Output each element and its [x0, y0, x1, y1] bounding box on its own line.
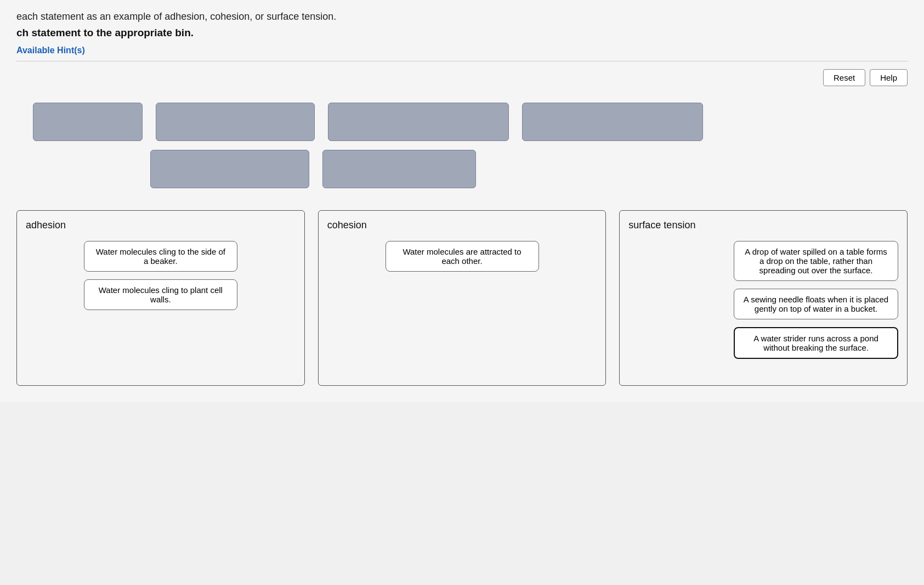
reset-button[interactable]: Reset [823, 69, 865, 86]
instruction-line2: ch statement to the appropriate bin. [16, 27, 908, 39]
placeholder-6[interactable] [322, 150, 476, 188]
surface-tension-bin: surface tension A drop of water spilled … [619, 210, 908, 386]
placeholder-1[interactable] [33, 103, 143, 141]
surface-tension-card-2[interactable]: A sewing needle floats when it is placed… [734, 289, 898, 319]
toolbar: Reset Help [0, 61, 924, 92]
bins-section: adhesion Water molecules cling to the si… [0, 210, 924, 402]
placeholder-4[interactable] [522, 103, 703, 141]
drag-area [0, 92, 924, 210]
adhesion-bin-title: adhesion [26, 220, 296, 231]
cohesion-bin: cohesion Water molecules are attracted t… [318, 210, 606, 386]
adhesion-bin-items: Water molecules cling to the side of a b… [26, 241, 296, 310]
hint-link[interactable]: Available Hint(s) [16, 46, 85, 55]
placeholder-2[interactable] [156, 103, 315, 141]
help-button[interactable]: Help [870, 69, 908, 86]
surface-tension-bin-items: A drop of water spilled on a table forms… [628, 241, 898, 359]
cohesion-bin-items: Water molecules are attracted to each ot… [327, 241, 597, 272]
drag-row-1 [33, 103, 703, 141]
surface-tension-bin-title: surface tension [628, 220, 898, 231]
cohesion-card-1[interactable]: Water molecules are attracted to each ot… [386, 241, 539, 272]
adhesion-card-2[interactable]: Water molecules cling to plant cell wall… [84, 279, 237, 310]
adhesion-bin: adhesion Water molecules cling to the si… [16, 210, 305, 386]
drag-row-2 [150, 150, 476, 188]
surface-tension-card-3[interactable]: A water strider runs across a pond witho… [734, 327, 898, 359]
placeholder-5[interactable] [150, 150, 309, 188]
placeholder-3[interactable] [328, 103, 509, 141]
adhesion-card-1[interactable]: Water molecules cling to the side of a b… [84, 241, 237, 272]
surface-tension-card-1[interactable]: A drop of water spilled on a table forms… [734, 241, 898, 281]
cohesion-bin-title: cohesion [327, 220, 597, 231]
instruction-line1: each statement as an example of adhesion… [16, 11, 908, 22]
instructions-section: each statement as an example of adhesion… [0, 0, 924, 61]
